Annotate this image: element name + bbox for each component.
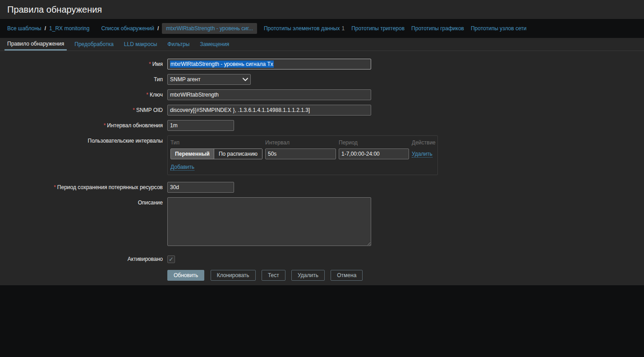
tab-lld-macros[interactable]: LLD макросы <box>121 38 160 51</box>
name-label: *Имя <box>0 59 163 70</box>
form-actions: Обновить Клонировать Тест Удалить Отмена <box>0 270 644 281</box>
snmp-oid-input[interactable] <box>167 105 371 116</box>
breadcrumb-discovery-list[interactable]: Список обнаружений <box>101 25 154 32</box>
breadcrumb-template[interactable]: 1_RX monitoring <box>49 25 89 32</box>
tab-overrides[interactable]: Замещения <box>197 38 232 51</box>
custom-intervals-header: Тип Интервал Период Действие <box>170 139 435 146</box>
type-select-value: SNMP агент <box>170 76 200 83</box>
snmp-oid-label: *SNMP OID <box>0 105 163 116</box>
required-marker: * <box>54 184 56 190</box>
form-row-enabled: Активировано ✓ <box>0 255 644 263</box>
checkmark-icon: ✓ <box>169 256 174 263</box>
required-marker: * <box>149 61 151 67</box>
item-prototypes-count: 1 <box>342 25 345 32</box>
interval-remove-link[interactable]: Удалить <box>412 151 432 158</box>
tab-bar: Правило обнаружения Предобработка LLD ма… <box>0 38 644 51</box>
enabled-label: Активировано <box>0 255 163 263</box>
form-row-lost-resources: *Период сохранения потерянных ресурсов <box>0 182 644 193</box>
enabled-checkbox[interactable]: ✓ <box>167 255 175 263</box>
test-button[interactable]: Тест <box>262 270 285 281</box>
custom-intervals-panel: Тип Интервал Период Действие Переменный … <box>167 135 438 175</box>
description-textarea[interactable] <box>167 197 371 246</box>
delete-button[interactable]: Удалить <box>291 270 325 281</box>
col-header-action: Действие <box>412 139 436 146</box>
toggle-flexible[interactable]: Переменный <box>171 149 214 159</box>
required-marker: * <box>104 122 106 129</box>
update-interval-label: *Интервал обновления <box>0 120 163 131</box>
nav-graph-prototypes[interactable]: Прототипы графиков <box>411 25 464 32</box>
custom-interval-row: Переменный По расписанию Удалить <box>170 148 435 159</box>
chevron-down-icon <box>243 78 248 81</box>
cancel-button[interactable]: Отмена <box>331 270 363 281</box>
interval-period-input[interactable] <box>339 148 409 159</box>
description-label: Описание <box>0 197 163 247</box>
col-header-interval: Интервал <box>265 139 339 146</box>
update-interval-input[interactable] <box>167 120 234 131</box>
form-row-type: Тип SNMP агент <box>0 74 644 85</box>
nav-trigger-prototypes[interactable]: Прототипы триггеров <box>351 25 405 32</box>
title-bar: Правила обнаружения <box>0 0 644 19</box>
lost-resources-label: *Период сохранения потерянных ресурсов <box>0 182 163 193</box>
breadcrumb-separator: / <box>45 25 46 32</box>
key-input[interactable] <box>167 89 371 100</box>
name-input[interactable]: mtxrWlRtabStrength - уровень сигнала Tx <box>167 59 371 70</box>
nav-item-prototypes[interactable]: Прототипы элементов данных1 <box>264 25 345 32</box>
required-marker: * <box>133 107 135 113</box>
breadcrumb-all-templates[interactable]: Все шаблоны <box>7 25 41 32</box>
form-row-name: *Имя mtxrWlRtabStrength - уровень сигнал… <box>0 59 644 70</box>
breadcrumb-separator: / <box>157 25 159 32</box>
name-input-selected-text: mtxrWlRtabStrength - уровень сигнала Tx <box>170 60 274 68</box>
type-label: Тип <box>0 74 163 85</box>
interval-add-link[interactable]: Добавить <box>170 164 194 171</box>
interval-value-input[interactable] <box>265 148 336 159</box>
nav-host-prototypes[interactable]: Прототипы узлов сети <box>471 25 527 32</box>
form-row-snmp-oid: *SNMP OID <box>0 105 644 116</box>
type-select[interactable]: SNMP агент <box>167 74 251 85</box>
custom-intervals-label: Пользовательские интервалы <box>0 135 163 175</box>
required-marker: * <box>146 92 148 98</box>
page-title: Правила обнаружения <box>7 5 102 15</box>
form-row-custom-intervals: Пользовательские интервалы Тип Интервал … <box>0 135 644 175</box>
breadcrumb-current-rule: mtxrWlRtabStrength - уровень сиг... <box>162 23 257 34</box>
actions-spacer <box>0 270 163 281</box>
breadcrumb: Все шаблоны / 1_RX monitoring Список обн… <box>0 19 644 38</box>
content-panel: Правило обнаружения Предобработка LLD ма… <box>0 38 644 285</box>
lost-resources-input[interactable] <box>167 182 234 193</box>
col-header-type: Тип <box>170 139 265 146</box>
clone-button[interactable]: Клонировать <box>211 270 256 281</box>
interval-type-toggle: Переменный По расписанию <box>170 148 262 159</box>
form-row-description: Описание <box>0 197 644 247</box>
form-row-key: *Ключ <box>0 89 644 100</box>
nav-item-prototypes-label: Прототипы элементов данных <box>264 25 340 32</box>
discovery-rule-form: *Имя mtxrWlRtabStrength - уровень сигнал… <box>0 51 644 281</box>
tab-preprocessing[interactable]: Предобработка <box>72 38 116 51</box>
update-button[interactable]: Обновить <box>167 270 204 281</box>
tab-discovery-rule[interactable]: Правило обнаружения <box>5 38 67 51</box>
form-row-update-interval: *Интервал обновления <box>0 120 644 131</box>
tab-filters[interactable]: Фильтры <box>165 38 192 51</box>
key-label: *Ключ <box>0 89 163 100</box>
col-header-period: Период <box>339 139 412 146</box>
toggle-scheduling[interactable]: По расписанию <box>214 149 262 159</box>
